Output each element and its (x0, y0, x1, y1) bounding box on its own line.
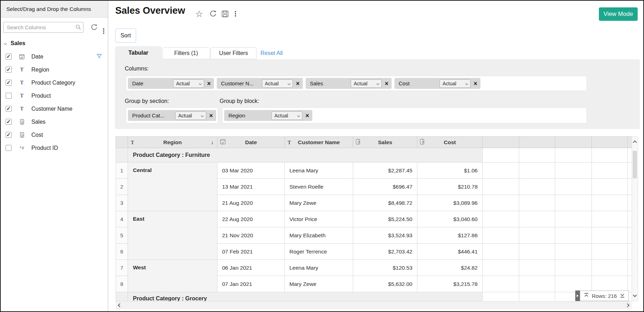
aggregation-value: Actual (442, 81, 456, 86)
tabular-config-panel: Columns: Date Actual Customer N... Actua… (115, 59, 640, 129)
chevron-down-icon (201, 114, 204, 117)
vertical-scroll-thumb[interactable] (633, 151, 637, 178)
sidebar-item-product-id[interactable]: +# Product ID (1, 141, 108, 154)
scroll-down-icon[interactable] (633, 293, 637, 297)
column-pill-customer-name[interactable]: Customer N... Actual (217, 78, 303, 89)
sort-desc-icon[interactable] (211, 139, 214, 146)
cost-cell: $3,089.96 (417, 195, 483, 211)
sidebar-kebab-menu-icon[interactable] (103, 25, 106, 31)
remove-column-icon[interactable] (296, 80, 300, 87)
view-mode-button[interactable]: View Mode (599, 7, 638, 21)
sidebar-search-row (3, 22, 106, 33)
column-header-sales[interactable]: Sales (353, 137, 417, 148)
aggregation-select[interactable]: Actual (351, 79, 382, 88)
empty-column-header (555, 137, 592, 148)
search-input[interactable] (3, 22, 84, 33)
column-header-cost[interactable]: Cost (417, 137, 483, 148)
customer-cell: Leena Mary (285, 163, 353, 179)
tab-tabular[interactable]: Tabular (115, 46, 162, 59)
column-pill-date[interactable]: Date Actual (128, 78, 214, 89)
text-type-icon (131, 139, 134, 146)
aggregation-value: Actual (354, 81, 367, 86)
remove-column-icon[interactable] (209, 112, 213, 119)
aggregation-value: Actual (265, 81, 278, 86)
column-header-customer-name[interactable]: Customer Name (285, 137, 353, 148)
columns-sidebar: Select/Drag and Drop the Columns Sales D… (1, 1, 108, 311)
aggregation-select[interactable]: Actual (262, 79, 293, 88)
scroll-to-bottom-icon[interactable] (620, 293, 625, 299)
scroll-right-icon[interactable] (625, 303, 629, 307)
pill-label: Cost (399, 80, 437, 86)
sidebar-item-sales[interactable]: Sales (1, 115, 108, 128)
pill-label: Sales (310, 80, 348, 86)
sidebar-tree-sales[interactable]: Sales (4, 40, 25, 47)
remove-column-icon[interactable] (207, 80, 211, 87)
date-cell: 13 Mar 2021 (217, 179, 285, 195)
customer-cell: Victor Price (285, 211, 353, 227)
sidebar-item-product[interactable]: Product (1, 89, 108, 102)
search-icon (75, 24, 81, 31)
rows-count-widget: Rows: 216 (575, 290, 629, 301)
horizontal-scrollbar[interactable] (116, 301, 632, 309)
checkbox-checked[interactable] (6, 106, 12, 112)
date-cell: 21 Aug 2020 (217, 195, 285, 211)
date-cell: 03 Mar 2020 (217, 163, 285, 179)
sidebar-item-region[interactable]: Region (1, 63, 108, 76)
date-cell: 07 Feb 2021 (217, 244, 285, 260)
column-header-date[interactable]: Date (217, 137, 285, 148)
currency-type-icon (356, 139, 360, 146)
group-pill-region[interactable]: Region Actual (224, 110, 312, 121)
checkbox-checked[interactable] (6, 119, 12, 125)
sidebar-item-cost[interactable]: Cost (1, 128, 108, 141)
more-options-kebab-icon[interactable] (231, 9, 240, 18)
save-icon[interactable] (220, 9, 229, 18)
cost-cell: $24.82 (417, 260, 483, 276)
page-title: Sales Overview (115, 5, 185, 16)
group-section-row: Product Category : Grocery (116, 292, 632, 301)
cost-cell: $1.06 (417, 163, 483, 179)
scroll-left-icon[interactable] (118, 303, 122, 307)
remove-column-icon[interactable] (473, 80, 477, 87)
checkbox-checked[interactable] (6, 54, 12, 60)
group-section-title: Product Category : Grocery (128, 292, 483, 301)
row-number: 6 (116, 244, 128, 260)
sidebar-item-label: Product ID (31, 145, 58, 151)
vertical-scrollbar[interactable] (632, 136, 638, 301)
checkbox-checked[interactable] (6, 67, 12, 73)
aggregation-select[interactable]: Actual (173, 79, 204, 88)
column-pill-sales[interactable]: Sales Actual (306, 78, 392, 89)
remove-column-icon[interactable] (305, 112, 309, 119)
sidebar-item-product-category[interactable]: Product Category (1, 76, 108, 89)
sort-button[interactable]: Sort (115, 29, 136, 43)
aggregation-select[interactable]: Actual (440, 79, 471, 88)
checkbox-checked[interactable] (6, 132, 12, 138)
column-pill-cost[interactable]: Cost Actual (394, 78, 480, 89)
checkbox-checked[interactable] (6, 80, 12, 86)
row-number-header (116, 137, 128, 148)
group-pill-product-category[interactable]: Product Cat... Actual (128, 110, 216, 121)
aggregation-select[interactable]: Actual (271, 111, 302, 120)
group-by-section-label: Group by section: (125, 98, 169, 104)
tab-filters[interactable]: Filters (1) (162, 47, 210, 59)
reset-all-link[interactable]: Reset All (260, 50, 283, 56)
refresh-columns-icon[interactable] (91, 24, 98, 32)
currency-type-icon (16, 132, 28, 137)
favorite-star-icon[interactable] (195, 9, 204, 18)
columns-label: Columns: (125, 66, 149, 72)
sidebar-item-date[interactable]: Date (1, 50, 108, 63)
region-cell: Central (128, 163, 217, 211)
checkbox-unchecked[interactable] (6, 93, 12, 99)
scroll-to-top-icon[interactable] (584, 293, 589, 299)
aggregation-select[interactable]: Actual (175, 111, 206, 120)
remove-column-icon[interactable] (385, 80, 388, 87)
collapse-rows-widget-handle[interactable] (575, 290, 580, 301)
filter-funnel-icon[interactable] (97, 54, 102, 60)
sidebar-item-customer-name[interactable]: Customer Name (1, 102, 108, 115)
scroll-up-icon[interactable] (633, 140, 637, 144)
chevron-down-icon (297, 114, 300, 117)
checkbox-unchecked[interactable] (6, 145, 12, 151)
refresh-view-icon[interactable] (208, 9, 217, 18)
tab-user-filters[interactable]: User Filters (210, 47, 257, 59)
column-header-region[interactable]: Region (128, 137, 217, 148)
cost-cell: $446.41 (417, 244, 483, 260)
